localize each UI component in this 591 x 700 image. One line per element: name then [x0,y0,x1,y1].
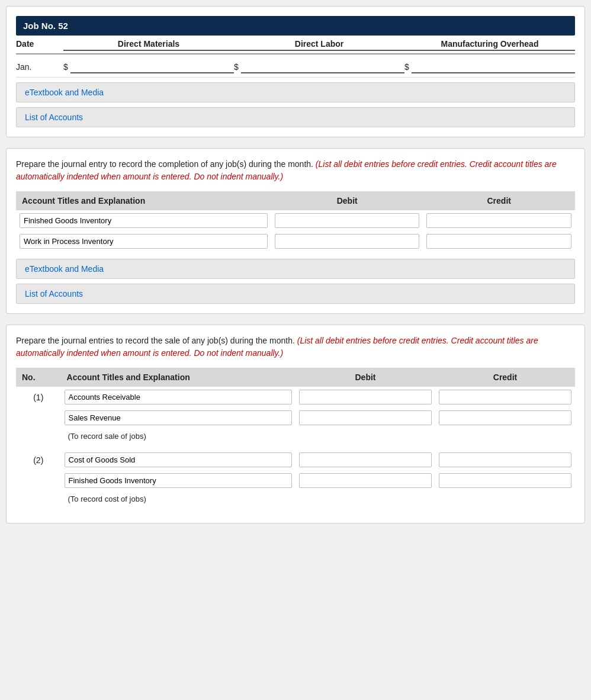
entry-2-note-row: (To record cost of jobs) [16,491,575,506]
completion-journal-table: Account Titles and Explanation Debit Cre… [16,191,575,252]
job-column-headers: Date Direct Materials Direct Labor Manuf… [16,36,575,54]
direct-labor-input[interactable] [241,60,404,73]
finished-goods-credit-input[interactable] [426,213,571,228]
finished-goods-2-debit-cell [296,470,435,491]
sales-revenue-debit-input[interactable] [299,410,432,425]
wip-debit-cell [271,231,423,252]
finished-goods-2-account-input[interactable] [65,473,292,488]
ar-credit-input[interactable] [439,390,571,404]
manufacturing-overhead-cell: $ [404,60,575,73]
sale-journal-section: Prepare the journal entries to record th… [6,325,585,524]
sales-revenue-account-input[interactable] [65,410,292,425]
table-row [16,470,575,491]
wip-credit-cell [423,231,575,252]
table-row [16,407,575,428]
finished-goods-debit-input[interactable] [275,213,420,228]
finished-goods-2-account-cell [61,470,296,491]
completion-account-header: Account Titles and Explanation [16,191,271,210]
cogs-debit-cell [296,449,435,470]
sale-instruction: Prepare the journal entries to record th… [16,335,575,359]
entry-2-no: (2) [16,449,61,506]
ar-debit-cell [296,387,435,407]
etextbook-button-2[interactable]: eTextbook and Media [16,259,575,279]
dollar-sign-2: $ [234,62,239,72]
cogs-account-input[interactable] [65,452,292,467]
list-accounts-button-2[interactable]: List of Accounts [16,284,575,304]
entry-1-note-text: (To record sale of jobs) [65,429,146,443]
direct-labor-cell: $ [234,60,404,73]
completion-journal-section: Prepare the journal entry to record the … [6,148,585,314]
direct-materials-input[interactable] [70,60,234,73]
direct-materials-col-header: Direct Materials [63,39,234,51]
sale-debit-header: Debit [296,368,435,387]
etextbook-button-1[interactable]: eTextbook and Media [16,82,575,102]
sale-no-header: No. [16,368,61,387]
sale-credit-header: Credit [435,368,575,387]
completion-instruction-plain: Prepare the journal entry to record the … [16,159,313,169]
wip-account-input[interactable] [20,234,268,249]
manufacturing-overhead-input[interactable] [412,60,575,73]
sale-account-header: Account Titles and Explanation [61,368,296,387]
finished-goods-debit-cell [271,210,423,231]
cogs-account-cell [61,449,296,470]
dollar-sign-1: $ [63,62,68,72]
completion-credit-header: Credit [423,191,575,210]
entry-2-note: (To record cost of jobs) [61,491,575,506]
sales-revenue-debit-cell [296,407,435,428]
job-data-row: Jan. $ $ $ [16,54,575,78]
finished-goods-credit-cell [423,210,575,231]
sales-revenue-account-cell [61,407,296,428]
wip-credit-input[interactable] [426,234,571,249]
table-row [16,210,575,231]
entry-2-note-text: (To record cost of jobs) [65,492,146,506]
job-cost-section: Job No. 52 Date Direct Materials Direct … [6,6,585,137]
table-row: (2) [16,449,575,470]
manufacturing-overhead-col-header: Manufacturing Overhead [404,39,575,51]
entry-1-note-row: (To record sale of jobs) [16,428,575,444]
dollar-sign-3: $ [404,62,409,72]
cogs-credit-input[interactable] [439,452,571,467]
sales-revenue-credit-input[interactable] [439,410,571,425]
table-row [16,231,575,252]
finished-goods-2-credit-cell [435,470,575,491]
date-col-header: Date [16,39,63,51]
direct-labor-col-header: Direct Labor [234,39,404,51]
ar-account-cell [61,387,296,407]
ar-debit-input[interactable] [299,390,432,404]
cogs-credit-cell [435,449,575,470]
job-title: Job No. 52 [16,16,575,36]
finished-goods-account-input[interactable] [20,213,268,228]
finished-goods-2-credit-input[interactable] [439,473,571,488]
entry-1-note: (To record sale of jobs) [61,428,575,444]
cogs-debit-input[interactable] [299,452,432,467]
sales-revenue-credit-cell [435,407,575,428]
sale-instruction-plain: Prepare the journal entries to record th… [16,336,295,345]
row-date-label: Jan. [16,62,63,72]
completion-instruction: Prepare the journal entry to record the … [16,158,575,183]
table-row: (1) [16,387,575,407]
wip-debit-input[interactable] [275,234,420,249]
wip-account-cell [16,231,271,252]
finished-goods-2-debit-input[interactable] [299,473,432,488]
list-accounts-button-1[interactable]: List of Accounts [16,107,575,127]
sale-journal-table: No. Account Titles and Explanation Debit… [16,368,575,506]
ar-credit-cell [435,387,575,407]
spacer-row [16,444,575,449]
completion-debit-header: Debit [271,191,423,210]
ar-account-input[interactable] [65,390,292,404]
finished-goods-account-cell [16,210,271,231]
direct-materials-cell: $ [63,60,234,73]
entry-1-no: (1) [16,387,61,444]
